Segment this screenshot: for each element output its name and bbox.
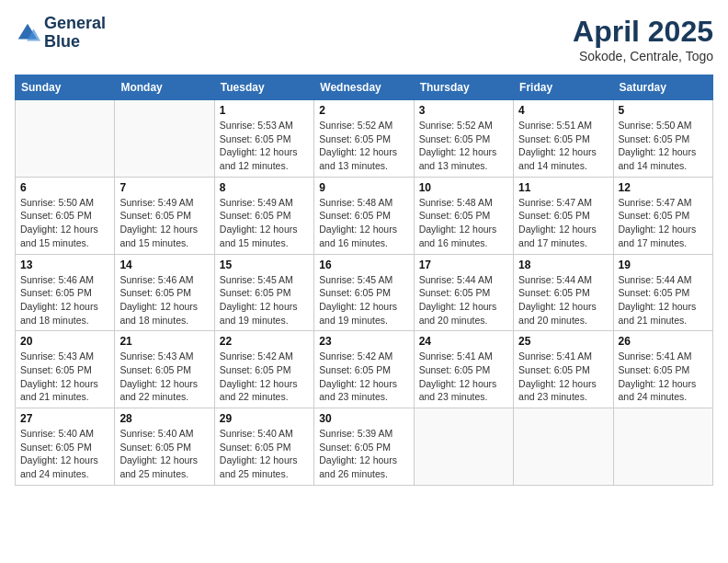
day-number: 6 xyxy=(20,181,109,194)
calendar-cell: 26Sunrise: 5:41 AM Sunset: 6:05 PM Dayli… xyxy=(613,331,712,408)
calendar-cell: 15Sunrise: 5:45 AM Sunset: 6:05 PM Dayli… xyxy=(214,254,313,331)
day-info: Sunrise: 5:41 AM Sunset: 6:05 PM Dayligh… xyxy=(419,350,508,404)
calendar-cell: 23Sunrise: 5:42 AM Sunset: 6:05 PM Dayli… xyxy=(314,331,414,408)
calendar-cell: 13Sunrise: 5:46 AM Sunset: 6:05 PM Dayli… xyxy=(16,254,115,331)
day-info: Sunrise: 5:49 AM Sunset: 6:05 PM Dayligh… xyxy=(119,196,209,250)
calendar-header-row: SundayMondayTuesdayWednesdayThursdayFrid… xyxy=(16,75,713,100)
day-number: 26 xyxy=(619,335,708,348)
logo-text: General Blue xyxy=(44,15,106,52)
day-info: Sunrise: 5:44 AM Sunset: 6:05 PM Dayligh… xyxy=(518,273,608,327)
calendar-cell: 6Sunrise: 5:50 AM Sunset: 6:05 PM Daylig… xyxy=(16,177,115,254)
day-number: 1 xyxy=(220,104,309,117)
calendar-week-row: 20Sunrise: 5:43 AM Sunset: 6:05 PM Dayli… xyxy=(16,331,713,408)
day-info: Sunrise: 5:47 AM Sunset: 6:05 PM Dayligh… xyxy=(619,196,708,250)
day-number: 10 xyxy=(419,181,508,194)
month-year-title: April 2025 xyxy=(573,15,713,49)
calendar-cell: 22Sunrise: 5:42 AM Sunset: 6:05 PM Dayli… xyxy=(214,331,313,408)
calendar-table: SundayMondayTuesdayWednesdayThursdayFrid… xyxy=(15,75,713,486)
calendar-cell: 30Sunrise: 5:39 AM Sunset: 6:05 PM Dayli… xyxy=(314,408,414,486)
page-header: General Blue April 2025 Sokode, Centrale… xyxy=(15,15,713,63)
weekday-header: Thursday xyxy=(414,75,513,100)
calendar-cell: 11Sunrise: 5:47 AM Sunset: 6:05 PM Dayli… xyxy=(514,177,613,254)
day-number: 22 xyxy=(220,335,309,348)
weekday-header: Sunday xyxy=(16,75,115,100)
calendar-cell: 7Sunrise: 5:49 AM Sunset: 6:05 PM Daylig… xyxy=(115,177,214,254)
calendar-cell xyxy=(514,408,613,486)
calendar-cell: 24Sunrise: 5:41 AM Sunset: 6:05 PM Dayli… xyxy=(414,331,513,408)
calendar-cell: 20Sunrise: 5:43 AM Sunset: 6:05 PM Dayli… xyxy=(16,331,115,408)
calendar-cell: 29Sunrise: 5:40 AM Sunset: 6:05 PM Dayli… xyxy=(214,408,313,486)
day-number: 7 xyxy=(119,181,209,194)
weekday-header: Friday xyxy=(514,75,613,100)
day-number: 21 xyxy=(119,335,209,348)
calendar-cell: 17Sunrise: 5:44 AM Sunset: 6:05 PM Dayli… xyxy=(414,254,513,331)
day-number: 24 xyxy=(419,335,508,348)
calendar-cell: 8Sunrise: 5:49 AM Sunset: 6:05 PM Daylig… xyxy=(214,177,313,254)
calendar-week-row: 13Sunrise: 5:46 AM Sunset: 6:05 PM Dayli… xyxy=(16,254,713,331)
day-number: 16 xyxy=(319,259,408,271)
day-info: Sunrise: 5:40 AM Sunset: 6:05 PM Dayligh… xyxy=(20,427,109,481)
weekday-header: Saturday xyxy=(613,75,712,100)
day-number: 5 xyxy=(619,104,708,117)
calendar-cell xyxy=(613,408,712,486)
weekday-header: Wednesday xyxy=(314,75,414,100)
day-info: Sunrise: 5:46 AM Sunset: 6:05 PM Dayligh… xyxy=(119,273,209,327)
day-info: Sunrise: 5:48 AM Sunset: 6:05 PM Dayligh… xyxy=(319,196,408,250)
day-info: Sunrise: 5:52 AM Sunset: 6:05 PM Dayligh… xyxy=(319,119,408,173)
calendar-cell: 12Sunrise: 5:47 AM Sunset: 6:05 PM Dayli… xyxy=(613,177,712,254)
day-info: Sunrise: 5:40 AM Sunset: 6:05 PM Dayligh… xyxy=(119,427,209,481)
calendar-cell: 16Sunrise: 5:45 AM Sunset: 6:05 PM Dayli… xyxy=(314,254,414,331)
day-info: Sunrise: 5:45 AM Sunset: 6:05 PM Dayligh… xyxy=(319,273,408,327)
calendar-cell: 28Sunrise: 5:40 AM Sunset: 6:05 PM Dayli… xyxy=(115,408,214,486)
day-info: Sunrise: 5:50 AM Sunset: 6:05 PM Dayligh… xyxy=(619,119,708,173)
day-info: Sunrise: 5:44 AM Sunset: 6:05 PM Dayligh… xyxy=(619,273,708,327)
title-block: April 2025 Sokode, Centrale, Togo xyxy=(573,15,713,63)
calendar-cell xyxy=(414,408,513,486)
day-number: 15 xyxy=(220,259,309,271)
location-subtitle: Sokode, Centrale, Togo xyxy=(573,49,713,63)
day-info: Sunrise: 5:46 AM Sunset: 6:05 PM Dayligh… xyxy=(20,273,109,327)
day-number: 20 xyxy=(20,335,109,348)
day-info: Sunrise: 5:52 AM Sunset: 6:05 PM Dayligh… xyxy=(419,119,508,173)
calendar-cell: 21Sunrise: 5:43 AM Sunset: 6:05 PM Dayli… xyxy=(115,331,214,408)
day-number: 18 xyxy=(518,259,608,271)
calendar-cell xyxy=(115,100,214,178)
weekday-header: Tuesday xyxy=(214,75,313,100)
day-number: 4 xyxy=(518,104,608,117)
day-number: 23 xyxy=(319,335,408,348)
calendar-week-row: 6Sunrise: 5:50 AM Sunset: 6:05 PM Daylig… xyxy=(16,177,713,254)
day-info: Sunrise: 5:41 AM Sunset: 6:05 PM Dayligh… xyxy=(518,350,608,404)
calendar-cell: 2Sunrise: 5:52 AM Sunset: 6:05 PM Daylig… xyxy=(314,100,414,178)
day-info: Sunrise: 5:51 AM Sunset: 6:05 PM Dayligh… xyxy=(518,119,608,173)
day-info: Sunrise: 5:41 AM Sunset: 6:05 PM Dayligh… xyxy=(619,350,708,404)
day-number: 12 xyxy=(619,181,708,194)
calendar-cell: 27Sunrise: 5:40 AM Sunset: 6:05 PM Dayli… xyxy=(16,408,115,486)
day-info: Sunrise: 5:43 AM Sunset: 6:05 PM Dayligh… xyxy=(20,350,109,404)
calendar-cell: 1Sunrise: 5:53 AM Sunset: 6:05 PM Daylig… xyxy=(214,100,313,178)
day-info: Sunrise: 5:48 AM Sunset: 6:05 PM Dayligh… xyxy=(419,196,508,250)
calendar-cell: 18Sunrise: 5:44 AM Sunset: 6:05 PM Dayli… xyxy=(514,254,613,331)
calendar-cell: 14Sunrise: 5:46 AM Sunset: 6:05 PM Dayli… xyxy=(115,254,214,331)
day-info: Sunrise: 5:42 AM Sunset: 6:05 PM Dayligh… xyxy=(220,350,309,404)
day-number: 19 xyxy=(619,259,708,271)
day-number: 13 xyxy=(20,259,109,271)
day-number: 17 xyxy=(419,259,508,271)
day-number: 8 xyxy=(220,181,309,194)
day-number: 27 xyxy=(20,412,109,425)
logo-icon xyxy=(15,20,40,46)
day-info: Sunrise: 5:50 AM Sunset: 6:05 PM Dayligh… xyxy=(20,196,109,250)
day-number: 9 xyxy=(319,181,408,194)
day-number: 30 xyxy=(319,412,408,425)
day-number: 2 xyxy=(319,104,408,117)
calendar-cell: 5Sunrise: 5:50 AM Sunset: 6:05 PM Daylig… xyxy=(613,100,712,178)
day-info: Sunrise: 5:45 AM Sunset: 6:05 PM Dayligh… xyxy=(220,273,309,327)
day-info: Sunrise: 5:53 AM Sunset: 6:05 PM Dayligh… xyxy=(220,119,309,173)
day-number: 29 xyxy=(220,412,309,425)
calendar-cell: 9Sunrise: 5:48 AM Sunset: 6:05 PM Daylig… xyxy=(314,177,414,254)
calendar-cell xyxy=(16,100,115,178)
day-info: Sunrise: 5:39 AM Sunset: 6:05 PM Dayligh… xyxy=(319,427,408,481)
weekday-header: Monday xyxy=(115,75,214,100)
logo: General Blue xyxy=(15,15,106,52)
calendar-week-row: 27Sunrise: 5:40 AM Sunset: 6:05 PM Dayli… xyxy=(16,408,713,486)
calendar-cell: 10Sunrise: 5:48 AM Sunset: 6:05 PM Dayli… xyxy=(414,177,513,254)
